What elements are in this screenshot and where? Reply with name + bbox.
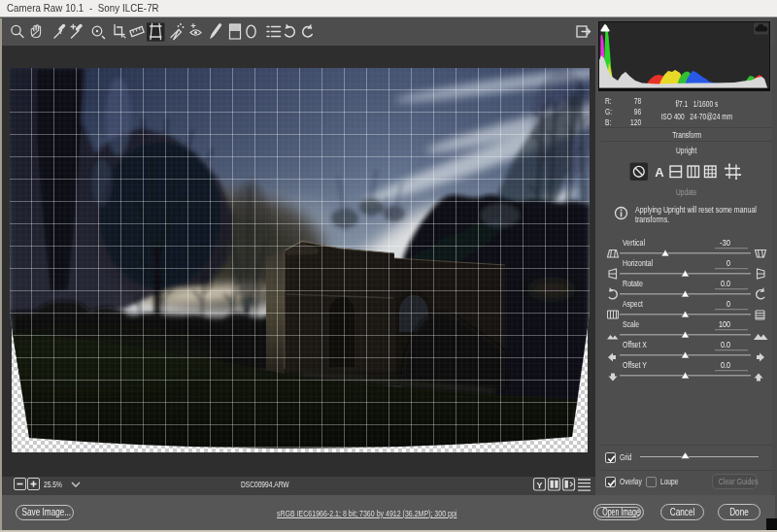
svg-text:Vertical: Vertical: [623, 238, 645, 248]
svg-text:A: A: [655, 165, 664, 180]
svg-text:Offset X: Offset X: [623, 340, 647, 349]
svg-text:0.0: 0.0: [721, 279, 730, 288]
svg-text:Horizontal: Horizontal: [623, 258, 653, 268]
svg-text:0: 0: [726, 258, 730, 268]
svg-text:Y: Y: [536, 481, 542, 490]
svg-text:0: 0: [726, 299, 730, 309]
svg-text:100: 100: [719, 319, 730, 329]
svg-text:0.0: 0.0: [721, 340, 730, 349]
svg-text:0.0: 0.0: [721, 360, 730, 370]
svg-text:-30: -30: [720, 238, 730, 248]
svg-text:Scale: Scale: [623, 319, 639, 329]
svg-text:Rotate: Rotate: [623, 279, 643, 288]
svg-text:Offset Y: Offset Y: [623, 360, 647, 370]
svg-text:Aspect: Aspect: [623, 299, 644, 309]
